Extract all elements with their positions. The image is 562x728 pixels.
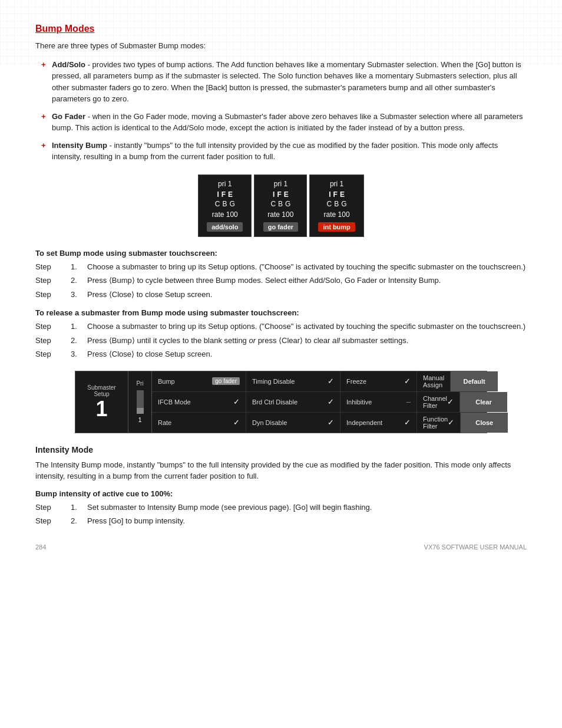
default-button[interactable]: Default [451, 371, 498, 391]
manual-assign-cell: Manual Assign [417, 371, 451, 391]
freeze-cell: Freeze ✓ [340, 371, 417, 391]
submaster-setup-diagram: SubmasterSetup 1 Pri 1 Bump go fader Tim… [75, 371, 487, 433]
r-step-content-2: Press ⟨Bump⟩ until it cycles to the blan… [87, 335, 527, 347]
intensity-mode-heading: Intensity Mode [35, 445, 527, 454]
card-button-2: go fader [263, 222, 298, 232]
channel-filter-cell: Channel Filter ✓ [417, 392, 460, 412]
clear-button[interactable]: Clear [460, 392, 507, 412]
inhibitive-cell: Inhibitive – [340, 392, 417, 412]
intro-text: There are three types of Submaster Bump … [35, 40, 527, 52]
bullet-bold-3: Intensity Bump [52, 141, 107, 150]
card-rate-3: rate 100 [318, 210, 355, 219]
close-button[interactable]: Close [461, 413, 508, 433]
step-label-2: Step [35, 275, 71, 286]
submaster-number: 1 [95, 398, 107, 420]
function-filter-cell: Function Filter ✓ [417, 413, 461, 433]
submaster-left-panel: SubmasterSetup 1 [75, 371, 128, 433]
card-letters-row2-1: C B G [207, 200, 243, 208]
doc-title: VX76 SOFTWARE USER MANUAL [424, 543, 527, 551]
brd-ctrl-label: Brd Ctrl Disable [252, 398, 297, 406]
set-step-3: Step 3. Press ⟨Close⟩ to close Setup scr… [35, 289, 527, 301]
ifcb-mode-cell: IFCB Mode ✓ [152, 392, 246, 412]
bullet-text-3: - instantly "bumps" to the full intensit… [52, 141, 498, 162]
bullet-item-intensity-bump: Intensity Bump - instantly "bumps" to th… [41, 140, 527, 163]
pri-fader-fill [137, 408, 144, 414]
independent-label: Independent [346, 419, 382, 426]
card-rate-2: rate 100 [263, 210, 298, 219]
dyn-check: ✓ [328, 418, 334, 427]
b-step-content-2: Press [Go] to bump intensity. [87, 515, 527, 527]
step-content-2: Press ⟨Bump⟩ to cycle between three Bump… [87, 275, 527, 286]
rate-cell: Rate ✓ [152, 413, 246, 433]
independent-check: ✓ [404, 418, 411, 427]
diagram-row-1: Bump go fader Timing Disable ✓ Freeze ✓ … [152, 371, 487, 392]
submaster-title: SubmasterSetup [87, 384, 115, 397]
dyn-disable-label: Dyn Disable [252, 419, 287, 426]
card-letters-row2-2: C B G [263, 200, 298, 208]
bump-card-int-bump: pri 1 I F E C B G rate 100 int bump [309, 174, 363, 237]
bullet-bold-2: Go Fader [52, 112, 85, 121]
r-step-num-1: 1. [71, 321, 87, 332]
b-step-num-1: 1. [71, 502, 87, 513]
step-num-2: 2. [71, 275, 87, 286]
r-step-label-3: Step [35, 348, 71, 360]
card-title-3: pri 1 [318, 180, 355, 188]
submaster-grid: Bump go fader Timing Disable ✓ Freeze ✓ … [152, 371, 487, 433]
r-step-label-1: Step [35, 321, 71, 332]
bullet-text-1: - provides two types of bump actions. Th… [52, 60, 521, 104]
bump-card-go-fader: pri 1 I F E C B G rate 100 go fader [254, 174, 307, 237]
bullet-bold-1: Add/Solo [52, 60, 85, 69]
release-bump-heading: To release a submaster from Bump mode us… [35, 308, 527, 317]
section-title: Bump Modes [35, 24, 527, 34]
bullet-text-2: - when in the Go Fader mode, moving a Su… [52, 112, 523, 133]
card-title-1: pri 1 [207, 180, 243, 188]
card-button-1: add/solo [207, 222, 243, 232]
r-step-content-1: Choose a submaster to bring up its Setup… [87, 321, 527, 332]
bullet-item-go-fader: Go Fader - when in the Go Fader mode, mo… [41, 111, 527, 134]
b-step-label-2: Step [35, 515, 71, 527]
go-fader-badge: go fader [212, 377, 240, 385]
timing-disable-cell: Timing Disable ✓ [246, 371, 340, 391]
step-content-1: Choose a submaster to bring up its Setup… [87, 261, 527, 273]
card-rate-1: rate 100 [207, 210, 243, 219]
b-step-content-1: Set submaster to Intensity Bump mode (se… [87, 502, 527, 513]
bump-card-add-solo: pri 1 I F E C B G rate 100 add/solo [198, 174, 252, 237]
set-bump-heading: To set Bump mode using submaster touchsc… [35, 249, 527, 258]
set-step-1: Step 1. Choose a submaster to bring up i… [35, 261, 527, 273]
bump-cell: Bump go fader [152, 371, 246, 391]
release-step-3: Step 3. Press ⟨Close⟩ to close Setup scr… [35, 348, 527, 360]
function-check: ✓ [448, 418, 454, 427]
bump-step-1: Step 1. Set submaster to Intensity Bump … [35, 502, 527, 513]
diagram-row-3: Rate ✓ Dyn Disable ✓ Independent ✓ Funct… [152, 413, 487, 433]
b-step-num-2: 2. [71, 515, 87, 527]
card-letters-row1-3: I F E [318, 190, 355, 199]
rate-check: ✓ [233, 418, 240, 427]
step-label: Step [35, 261, 71, 273]
page-number: 284 [35, 543, 46, 551]
pri-number: 1 [138, 416, 141, 423]
pri-column: Pri 1 [128, 371, 152, 433]
card-letters-row1-1: I F E [207, 190, 243, 199]
brd-check: ✓ [328, 397, 334, 406]
diagram-row-2: IFCB Mode ✓ Brd Ctrl Disable ✓ Inhibitiv… [152, 392, 487, 413]
ifcb-mode-label: IFCB Mode [158, 398, 191, 406]
b-step-label-1: Step [35, 502, 71, 513]
bullet-list: Add/Solo - provides two types of bump ac… [41, 59, 527, 163]
freeze-check: ✓ [404, 377, 411, 386]
r-step-content-3: Press ⟨Close⟩ to close Setup screen. [87, 348, 527, 360]
release-step-2: Step 2. Press ⟨Bump⟩ until it cycles to … [35, 335, 527, 347]
page-footer: 284 VX76 SOFTWARE USER MANUAL [35, 543, 527, 551]
timing-check: ✓ [328, 377, 334, 386]
pri-label: Pri [136, 380, 143, 387]
bump-intensity-heading: Bump intensity of active cue to 100%: [35, 489, 527, 498]
ifcb-check: ✓ [233, 397, 240, 406]
intensity-text: The Intensity Bump mode, instantly "bump… [35, 459, 527, 482]
function-filter-label: Function Filter [423, 416, 448, 430]
brd-ctrl-cell: Brd Ctrl Disable ✓ [246, 392, 340, 412]
dyn-disable-cell: Dyn Disable ✓ [246, 413, 340, 433]
bump-intensity-steps: Step 1. Set submaster to Intensity Bump … [35, 502, 527, 527]
freeze-label: Freeze [346, 378, 366, 385]
bump-cards-container: pri 1 I F E C B G rate 100 add/solo pri … [35, 174, 527, 237]
card-letters-row2-3: C B G [318, 200, 355, 208]
bump-step-2: Step 2. Press [Go] to bump intensity. [35, 515, 527, 527]
